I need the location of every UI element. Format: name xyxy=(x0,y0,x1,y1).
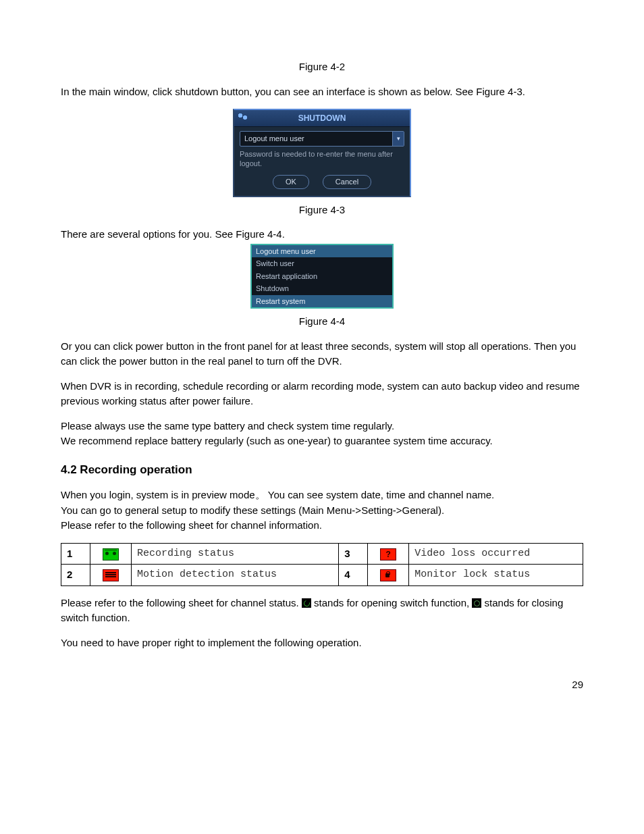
paragraph-preview-mode: When you login, system is in preview mod… xyxy=(61,488,583,533)
shutdown-selected-label: Logout menu user xyxy=(240,132,392,146)
cell-desc-3: Video loss occurred xyxy=(409,543,583,565)
table-row: 2 Motion detection status 4 Monitor lock… xyxy=(61,565,583,586)
text-span: stands for opening switch function, xyxy=(311,597,472,608)
cancel-button: Cancel xyxy=(323,175,371,189)
paragraph-power-button: Or you can click power button in the fro… xyxy=(61,339,583,369)
paragraph-auto-backup: When DVR is in recording, schedule recor… xyxy=(61,379,583,409)
channel-info-table: 1 Recording status 3 Video loss occurred… xyxy=(61,543,583,586)
paragraph-proper-right: You need to have proper right to impleme… xyxy=(61,635,583,651)
cell-icon-3 xyxy=(368,543,409,565)
cell-icon-1 xyxy=(90,543,132,565)
shutdown-options-menu: Logout menu user Switch user Restart app… xyxy=(250,244,394,309)
paragraph-battery: Please always use the same type battery … xyxy=(61,419,583,449)
text-span: Please refer to the following sheet for … xyxy=(61,597,302,608)
cell-icon-4 xyxy=(368,565,409,586)
section-4-2-heading: 4.2 Recording operation xyxy=(61,461,583,479)
option-switch-user: Switch user xyxy=(252,257,392,270)
shutdown-title: SHUTDOWN xyxy=(234,110,410,127)
figure-4-4-caption: Figure 4-4 xyxy=(61,314,583,330)
figure-4-3-caption: Figure 4-3 xyxy=(61,203,583,218)
option-shutdown: Shutdown xyxy=(252,282,392,295)
cell-desc-1: Recording status xyxy=(132,543,339,565)
open-switch-icon xyxy=(302,598,311,608)
shutdown-hint: Password is needed to re-enter the menu … xyxy=(240,149,404,169)
option-logout: Logout menu user xyxy=(252,245,392,258)
figure-4-2-caption: Figure 4-2 xyxy=(61,59,583,75)
paragraph-intro: In the main window, click shutdown butto… xyxy=(61,84,583,100)
paragraph-channel-status: Please refer to the following sheet for … xyxy=(61,596,583,626)
cell-icon-2 xyxy=(90,565,132,586)
cell-num-3: 3 xyxy=(339,543,368,565)
cell-num-2: 2 xyxy=(61,565,90,586)
paragraph-options: There are several options for you. See F… xyxy=(61,227,583,242)
video-loss-icon xyxy=(380,548,396,561)
page-number: 29 xyxy=(61,677,583,693)
cell-desc-4: Monitor lock status xyxy=(409,565,583,586)
cell-num-4: 4 xyxy=(339,565,368,586)
table-row: 1 Recording status 3 Video loss occurred xyxy=(61,543,583,565)
option-restart-app: Restart application xyxy=(252,270,392,283)
cell-num-1: 1 xyxy=(61,543,90,565)
option-restart-system: Restart system xyxy=(252,295,392,308)
shutdown-dialog-figure: SHUTDOWN Logout menu user ▾ Password is … xyxy=(233,109,411,197)
motion-detection-icon xyxy=(103,569,119,581)
recording-status-icon xyxy=(103,548,119,561)
close-switch-icon xyxy=(472,598,481,608)
monitor-lock-icon xyxy=(380,569,396,581)
shutdown-option-select: Logout menu user ▾ xyxy=(240,131,404,147)
ok-button: OK xyxy=(273,175,309,189)
dropdown-arrow-icon: ▾ xyxy=(392,132,404,146)
cell-desc-2: Motion detection status xyxy=(132,565,339,586)
